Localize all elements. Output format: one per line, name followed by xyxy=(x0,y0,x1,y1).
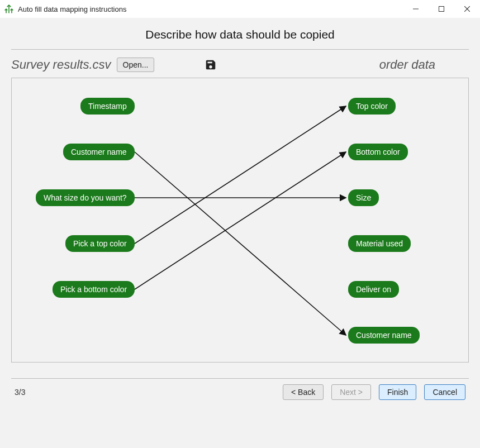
connection-line xyxy=(135,106,346,244)
open-button[interactable]: Open... xyxy=(117,58,155,72)
source-filename: Survey results.csv xyxy=(11,58,111,72)
source-field-timestamp[interactable]: Timestamp xyxy=(80,98,135,115)
cancel-button[interactable]: Cancel xyxy=(424,384,465,400)
footer: 3/3 < Back Next > Finish Cancel xyxy=(11,378,469,400)
close-button[interactable] xyxy=(454,0,480,18)
back-button[interactable]: < Back xyxy=(283,384,324,400)
svg-rect-1 xyxy=(439,7,444,12)
connection-line xyxy=(135,152,346,289)
next-button: Next > xyxy=(331,384,371,400)
window-controls xyxy=(403,0,480,18)
source-field-what_size[interactable]: What size do you want? xyxy=(36,189,135,206)
window-title: Auto fill data mapping instructions xyxy=(18,5,403,13)
page-indicator: 3/3 xyxy=(15,388,25,397)
target-field-top_color[interactable]: Top color xyxy=(348,98,396,115)
maximize-button[interactable] xyxy=(429,0,454,18)
titlebar: Auto fill data mapping instructions xyxy=(0,0,480,18)
target-name: order data xyxy=(379,58,435,72)
target-field-size[interactable]: Size xyxy=(348,189,379,206)
page-heading: Describe how data should be copied xyxy=(9,18,471,49)
target-field-deliver_on[interactable]: Deliver on xyxy=(348,281,399,298)
mapping-canvas[interactable]: TimestampCustomer nameWhat size do you w… xyxy=(11,78,469,363)
source-field-customer_name[interactable]: Customer name xyxy=(63,144,135,160)
source-field-pick_top[interactable]: Pick a top color xyxy=(65,235,135,252)
app-icon xyxy=(4,4,13,13)
finish-button[interactable]: Finish xyxy=(379,384,416,400)
target-field-bottom_color[interactable]: Bottom color xyxy=(348,144,408,160)
target-field-material_used[interactable]: Material used xyxy=(348,235,411,252)
target-field-tgt_customer_name[interactable]: Customer name xyxy=(348,327,420,344)
connection-lines xyxy=(12,78,468,362)
connection-line xyxy=(135,152,346,335)
minimize-button[interactable] xyxy=(403,0,429,18)
source-field-pick_bottom[interactable]: Pick a bottom color xyxy=(53,281,135,298)
save-icon[interactable] xyxy=(205,59,217,71)
content-area: Describe how data should be copied Surve… xyxy=(0,18,480,448)
source-target-row: Survey results.csv Open... order data xyxy=(9,50,471,78)
